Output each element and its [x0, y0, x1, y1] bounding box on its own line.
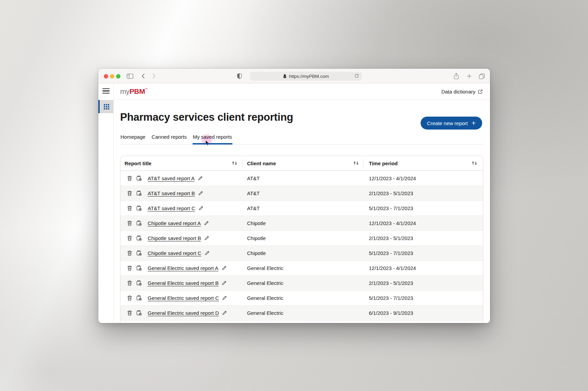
forward-icon[interactable]: [152, 74, 156, 79]
external-link-icon: [478, 89, 483, 94]
delete-report-button[interactable]: [127, 175, 132, 181]
edit-title-button[interactable]: [222, 266, 227, 271]
report-title-link[interactable]: AT&T saved report A: [148, 175, 195, 181]
table-header: Report title ↑↓ Client name ↑↓ Time peri…: [120, 156, 483, 171]
report-title-link[interactable]: General Electric saved report A: [148, 265, 218, 271]
privacy-shield-icon[interactable]: [237, 73, 242, 79]
time-period-cell: 5/1/2023 - 7/1/2023: [363, 246, 483, 260]
pencil-icon: [198, 176, 203, 181]
back-icon[interactable]: [142, 74, 145, 79]
saved-reports-table: Report title ↑↓ Client name ↑↓ Time peri…: [120, 156, 483, 323]
column-report-title: Report title: [125, 160, 151, 166]
pencil-icon: [222, 295, 227, 301]
reload-icon[interactable]: [354, 74, 359, 79]
report-title-link[interactable]: General Electric saved report D: [148, 310, 219, 316]
edit-title-button[interactable]: [222, 310, 227, 316]
copy-report-button[interactable]: [136, 175, 142, 181]
delete-report-button[interactable]: [127, 250, 132, 256]
time-period-cell: 6/1/2023 - 9/1/2023: [363, 306, 483, 320]
copy-report-button[interactable]: [136, 205, 142, 211]
edit-title-button[interactable]: [198, 206, 203, 211]
sidebar-toggle-icon[interactable]: [127, 73, 133, 79]
tab-canned-reports[interactable]: Canned reports: [151, 134, 187, 144]
copy-icon: [136, 175, 142, 181]
data-dictionary-label: Data dictionary: [441, 89, 475, 95]
tab-homepage[interactable]: Homepage: [120, 134, 146, 144]
edit-title-button[interactable]: [204, 236, 209, 241]
copy-report-button[interactable]: [136, 235, 142, 241]
edit-title-button[interactable]: [222, 280, 227, 286]
delete-report-button[interactable]: [127, 235, 132, 241]
report-title-link[interactable]: AT&T saved report C: [148, 205, 195, 211]
report-tabs: Homepage Canned reports My saved reports: [120, 134, 483, 144]
tab-my-saved-reports[interactable]: My saved reports: [193, 134, 232, 144]
edit-title-button[interactable]: [198, 191, 203, 196]
delete-report-button[interactable]: [127, 295, 132, 301]
report-title-link[interactable]: Chipotle saved report C: [148, 250, 201, 256]
edit-title-button[interactable]: [222, 295, 227, 301]
copy-icon: [136, 235, 142, 241]
client-name-cell: General Electric: [242, 291, 363, 305]
report-title-link[interactable]: General Electric saved report C: [148, 295, 219, 301]
time-period-cell: 5/1/2023 - 7/1/2023: [363, 201, 483, 216]
delete-report-button[interactable]: [127, 265, 132, 271]
delete-report-button[interactable]: [127, 220, 132, 226]
tab-overview-icon[interactable]: [479, 73, 485, 79]
report-title-link[interactable]: Chipotle saved report A: [148, 220, 201, 226]
delete-report-button[interactable]: [127, 205, 132, 211]
time-period-cell: 12/1/2023 - 4/1/2024: [363, 171, 483, 186]
report-title-link[interactable]: Chipotle saved report B: [148, 235, 201, 241]
sidebar-item-apps[interactable]: [98, 100, 113, 113]
delete-report-button[interactable]: [127, 280, 132, 286]
report-title-link[interactable]: AT&T saved report B: [148, 190, 195, 196]
copy-report-button[interactable]: [136, 295, 142, 301]
sort-icon[interactable]: ↑↓: [471, 161, 477, 166]
copy-icon: [136, 205, 142, 211]
data-dictionary-link[interactable]: Data dictionary: [441, 89, 483, 95]
main-content: Pharmacy services client reporting Creat…: [114, 100, 490, 323]
delete-report-button[interactable]: [127, 310, 132, 316]
copy-report-button[interactable]: [136, 220, 142, 226]
zoom-window-button[interactable]: [116, 74, 120, 79]
time-period-cell: 2/1/2023 - 5/1/2023: [363, 276, 483, 290]
time-period-cell: 12/1/2023 - 4/1/2024: [363, 216, 483, 231]
minimize-window-button[interactable]: [110, 74, 114, 79]
trash-icon: [127, 295, 132, 301]
client-name-cell: General Electric: [242, 306, 363, 320]
trash-icon: [127, 235, 132, 241]
share-icon[interactable]: [454, 73, 459, 80]
pencil-icon: [204, 236, 209, 241]
copy-report-button[interactable]: [136, 250, 142, 256]
time-period-cell: 12/1/2023 - 4/1/2024: [363, 261, 483, 275]
lock-icon: [283, 74, 287, 79]
grid-icon: [104, 104, 109, 109]
close-window-button[interactable]: [104, 74, 108, 79]
sort-icon[interactable]: ↑↓: [231, 161, 237, 166]
table-row: AT&T saved report A AT&T 12/1/2023 - 4/1…: [120, 171, 483, 186]
copy-icon: [136, 310, 142, 316]
mypbm-logo: myPBM™: [120, 87, 148, 96]
copy-report-button[interactable]: [136, 190, 142, 196]
edit-title-button[interactable]: [205, 251, 210, 256]
report-title-link[interactable]: General Electric saved report B: [148, 280, 218, 286]
table-row: Chipotle saved report A Chipotle 12/1/20…: [120, 216, 483, 231]
trash-icon: [127, 205, 132, 211]
delete-report-button[interactable]: [127, 190, 132, 196]
edit-title-button[interactable]: [204, 221, 209, 226]
table-row: AT&T saved report C AT&T 5/1/2023 - 7/1/…: [120, 201, 483, 216]
new-tab-icon[interactable]: [467, 74, 472, 79]
table-row: [120, 320, 483, 323]
copy-report-button[interactable]: [136, 310, 142, 316]
menu-icon[interactable]: [102, 88, 110, 94]
copy-report-button[interactable]: [136, 280, 142, 286]
sort-icon[interactable]: ↑↓: [353, 161, 358, 166]
time-period-cell: 2/1/2023 - 5/1/2023: [363, 186, 483, 201]
copy-report-button[interactable]: [136, 265, 142, 271]
table-row: AT&T saved report B AT&T 2/1/2023 - 5/1/…: [120, 186, 483, 201]
create-new-report-button[interactable]: Create new report +: [421, 117, 482, 130]
column-time-period: Time period: [369, 160, 398, 166]
edit-title-button[interactable]: [198, 176, 203, 181]
trash-icon: [127, 175, 132, 181]
browser-window: https://myPBM.com myPBM™ Data dictionary: [98, 69, 490, 323]
address-bar[interactable]: https://myPBM.com: [250, 72, 362, 81]
